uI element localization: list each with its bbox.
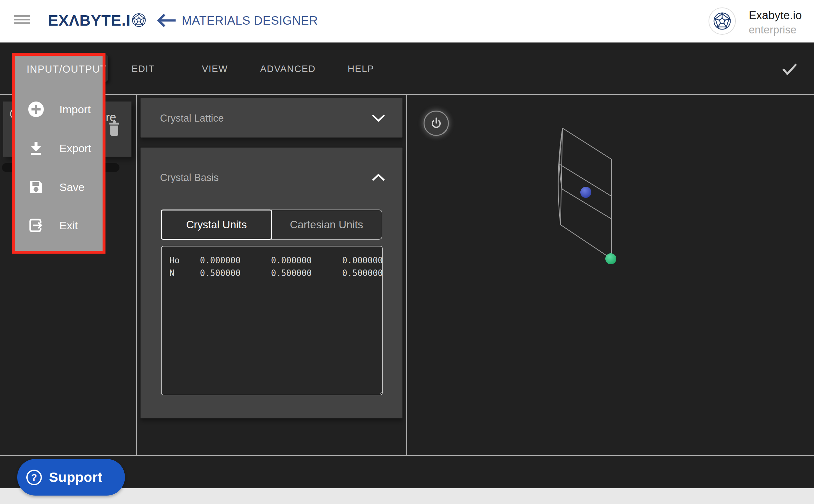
account-avatar[interactable] (709, 7, 736, 35)
delete-material-button[interactable] (108, 121, 120, 138)
exabyte-logo[interactable]: EXΛBYTE.I (48, 11, 146, 29)
back-arrow-button[interactable] (157, 13, 177, 29)
back-arrow-icon (157, 13, 177, 28)
hamburger-menu-button[interactable] (14, 15, 30, 25)
crystal-lattice-title: Crystal Lattice (160, 113, 224, 124)
footer-strip (0, 488, 814, 504)
basis-coordinates-textarea[interactable]: Ho 0.000000 0.000000 0.000000 N 0.500000… (161, 246, 383, 395)
left-panel-divider (136, 95, 137, 455)
atom-blue (580, 187, 591, 198)
atom-green (605, 253, 616, 264)
buckyball-avatar-icon (713, 12, 732, 30)
page-title: MATERIALS DESIGNER (182, 14, 318, 28)
tab-cartesian-units[interactable]: Cartesian Units (271, 210, 382, 240)
crystal-basis-title: Crystal Basis (160, 172, 219, 184)
chevron-down-icon[interactable] (371, 114, 385, 122)
crystal-basis-card: Crystal Basis Crystal Units Cartesian Un… (140, 148, 402, 418)
annotation-rectangle (12, 53, 105, 254)
help-icon: ? (26, 470, 42, 485)
menu-item-view[interactable]: VIEW (202, 64, 228, 74)
tab-crystal-units[interactable]: Crystal Units (161, 210, 272, 240)
account-tier: enterprise (749, 24, 796, 36)
structure-viewport[interactable] (406, 95, 814, 455)
content-bottom-divider (0, 455, 814, 456)
menu-item-advanced[interactable]: ADVANCED (260, 64, 316, 74)
account-name: Exabyte.io (749, 9, 802, 22)
support-button[interactable]: ? Support (17, 459, 125, 496)
support-label: Support (49, 470, 102, 485)
buckyball-o-icon (131, 13, 146, 28)
menu-item-help[interactable]: HELP (347, 64, 374, 74)
menu-item-edit[interactable]: EDIT (131, 64, 155, 74)
logo-text: EXΛBYTE.I (48, 11, 131, 29)
crystal-lattice-card[interactable]: Crystal Lattice (140, 98, 402, 138)
header-bar: EXΛBYTE.I (0, 0, 814, 42)
saved-check-icon (781, 62, 798, 76)
menu-icon (14, 15, 30, 17)
trash-icon (108, 121, 120, 137)
units-tabs: Crystal Units Cartesian Units (161, 210, 382, 240)
materials-designer-app: EXΛBYTE.I (0, 0, 814, 504)
chevron-up-icon[interactable] (371, 174, 385, 181)
